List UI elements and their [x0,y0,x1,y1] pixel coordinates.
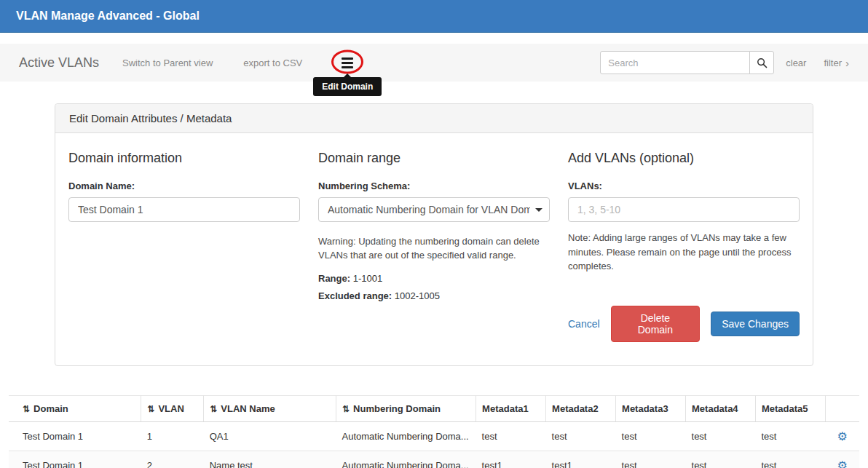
cell-numbering-domain: Automatic Numbering Doma... [336,421,476,451]
column-header-vlan-name[interactable]: ⇅VLAN Name [204,395,336,421]
column-label: Metadata3 [622,403,668,414]
cell-vlan: 1 [141,421,204,451]
sort-icon: ⇅ [342,404,350,414]
column-header-metadata4: Metadata4 [686,395,756,421]
vlans-label: VLANs: [568,181,800,191]
range-line: Range: 1-1001 [318,273,550,284]
cell-metadata1: test1 [476,451,546,468]
cell-vlan-name: Name test [204,451,336,468]
cell-metadata2: test [546,421,616,451]
sort-icon: ⇅ [210,404,217,414]
column-header-metadata1: Metadata1 [476,395,546,421]
domain-range-section: Domain range Numbering Schema: Automatic… [318,151,550,342]
vlans-input[interactable] [568,197,800,222]
table-header-row: ⇅Domain ⇅VLAN ⇅VLAN Name ⇅Numbering Doma… [9,395,859,421]
vlan-table: ⇅Domain ⇅VLAN ⇅VLAN Name ⇅Numbering Doma… [9,395,859,468]
column-header-metadata3: Metadata3 [616,395,686,421]
cell-vlan-name: QA1 [204,421,336,451]
column-label: VLAN [158,403,184,414]
cell-numbering-domain: Automatic Numbering Doma... [336,451,476,468]
cell-metadata5: test [755,451,825,468]
cell-domain: Test Domain 1 [9,421,141,451]
clear-link[interactable]: clear [786,57,806,68]
cancel-link[interactable]: Cancel [568,318,600,330]
row-settings-button[interactable]: ⚙ [837,459,848,468]
column-header-domain[interactable]: ⇅Domain [9,395,141,421]
domain-information-section: Domain information Domain Name: [68,151,300,342]
cell-metadata1: test [476,421,546,451]
app-header: VLAN Manage Advanced - Global [0,0,868,33]
table-row[interactable]: Test Domain 1 1 QA1 Automatic Numbering … [9,421,859,451]
search-icon [757,57,768,68]
tooltip-arrow-icon [344,74,351,77]
search-input[interactable] [600,51,750,74]
filter-label: filter [824,57,842,68]
column-label: Metadata1 [482,403,529,414]
column-header-vlan[interactable]: ⇅VLAN [141,395,204,421]
add-vlans-heading: Add VLANs (optional) [568,151,800,166]
delete-domain-button[interactable]: Delete Domain [611,306,701,342]
cell-metadata3: test [616,421,686,451]
domain-information-heading: Domain information [68,151,300,166]
edit-domain-button[interactable] [336,51,359,75]
hamburger-icon [342,57,353,68]
excluded-range-label: Excluded range: [318,290,392,301]
excluded-range-line: Excluded range: 1002-1005 [318,290,550,301]
cell-metadata4: test [686,421,756,451]
add-vlans-section: Add VLANs (optional) VLANs: Note: Adding… [568,151,800,342]
excluded-range-value: 1002-1005 [395,290,440,301]
export-csv-link[interactable]: export to CSV [243,57,302,68]
toolbar: Active VLANs Switch to Parent view expor… [0,44,868,82]
cell-metadata4: test [686,451,756,468]
range-warning-text: Warning: Updating the numbering domain c… [318,235,550,263]
row-settings-button[interactable]: ⚙ [837,429,848,443]
panel-body: Domain information Domain Name: Domain r… [55,133,813,365]
gear-icon: ⚙ [837,459,848,468]
cell-metadata5: test [755,421,825,451]
sort-icon: ⇅ [147,404,154,414]
cell-domain: Test Domain 1 [9,451,141,468]
numbering-schema-select-wrap: Automatic Numbering Domain for VLAN Doma [318,197,550,222]
sort-icon: ⇅ [23,404,30,414]
column-header-metadata5: Metadata5 [755,395,825,421]
edit-domain-menu: Edit Domain [336,51,359,75]
column-label: Numbering Domain [353,403,441,414]
column-label: Metadata4 [692,403,738,414]
switch-parent-view-link[interactable]: Switch to Parent view [122,57,213,68]
panel-actions: Cancel Delete Domain Save Changes [568,306,800,342]
panel-heading: Edit Domain Attributes / Metadata [55,104,813,133]
cell-metadata2: test1 [546,451,616,468]
save-changes-button[interactable]: Save Changes [711,312,800,336]
cell-vlan: 2 [141,451,204,468]
chevron-right-icon: › [845,57,849,68]
app-title: VLAN Manage Advanced - Global [16,9,200,23]
column-label: Metadata5 [762,403,808,414]
edit-domain-tooltip: Edit Domain [313,77,382,96]
domain-name-label: Domain Name: [68,181,300,191]
numbering-schema-label: Numbering Schema: [318,181,550,191]
search-button[interactable] [749,51,774,74]
page-title: Active VLANs [19,55,99,71]
domain-name-input[interactable] [68,197,300,222]
column-label: VLAN Name [221,403,275,414]
table-row[interactable]: Test Domain 1 2 Name test Automatic Numb… [9,451,859,468]
vlans-note-text: Note: Adding large ranges of VLANs may t… [568,231,800,274]
column-label: Metadata2 [552,403,599,414]
cell-metadata3: test [616,451,686,468]
column-header-actions [825,395,859,421]
range-value: 1-1001 [353,273,382,284]
domain-range-heading: Domain range [318,151,550,166]
gear-icon: ⚙ [837,430,848,443]
column-label: Domain [33,403,68,414]
range-label: Range: [318,273,350,284]
column-header-metadata2: Metadata2 [546,395,616,421]
column-header-numbering-domain[interactable]: ⇅Numbering Domain [336,395,476,421]
tooltip-label: Edit Domain [322,82,373,92]
filter-link[interactable]: filter › [824,57,849,68]
search-group [600,51,774,74]
numbering-schema-select[interactable]: Automatic Numbering Domain for VLAN Doma [318,197,550,222]
edit-domain-panel: Edit Domain Attributes / Metadata Domain… [55,103,813,366]
